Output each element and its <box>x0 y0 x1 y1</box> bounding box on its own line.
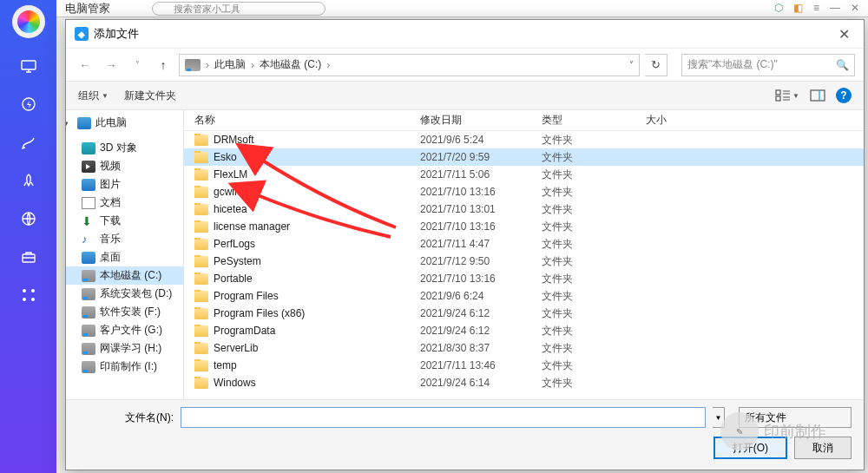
bg-close-icon[interactable]: ✕ <box>851 2 859 14</box>
tree-icon <box>82 288 95 300</box>
refresh-button[interactable]: ↻ <box>645 54 667 76</box>
nav-forward: → <box>101 55 122 76</box>
watermark: ✎ 印前制作 <box>720 405 868 457</box>
watermark-icon: ✎ <box>720 412 759 450</box>
folder-icon <box>194 273 208 285</box>
tree-icon <box>82 142 95 154</box>
file-row[interactable]: ProgramData2021/9/24 6:12文件夹 <box>184 322 864 339</box>
help-button[interactable]: ? <box>836 88 852 103</box>
tree-icon <box>82 179 95 191</box>
sidebar-grid-icon[interactable] <box>18 285 39 305</box>
filename-input[interactable] <box>181 407 706 428</box>
address-bar: ← → ˅ ↑ › 此电脑 › 本地磁盘 (C:) › ˅ ↻ 搜索"本地磁盘 … <box>66 48 864 81</box>
tree-item[interactable]: ▾此电脑 <box>66 114 183 132</box>
svg-rect-0 <box>22 61 36 69</box>
file-row[interactable]: PerfLogs2021/7/11 4:47文件夹 <box>184 235 864 253</box>
folder-icon <box>194 360 208 371</box>
file-row[interactable]: license manager2021/7/10 13:16文件夹 <box>184 218 864 235</box>
file-row[interactable]: gcwin2021/7/10 13:16文件夹 <box>184 183 864 200</box>
tree-item[interactable]: 图片 <box>66 175 183 194</box>
tree-icon <box>82 325 95 337</box>
file-row[interactable]: DRMsoft2021/9/6 5:24文件夹 <box>184 131 864 148</box>
file-row[interactable]: FlexLM2021/7/11 5:06文件夹 <box>184 166 864 183</box>
tree-item[interactable]: 文档 <box>66 194 183 212</box>
sidebar-brush-icon[interactable] <box>18 132 39 153</box>
view-mode-button[interactable]: ▼ <box>775 89 799 102</box>
tree-item[interactable]: ⬇下载 <box>66 212 183 230</box>
folder-icon <box>194 169 208 181</box>
tree-icon <box>82 252 95 264</box>
tree-item[interactable]: 软件安装 (F:) <box>66 303 183 321</box>
tree-item[interactable]: ♪音乐 <box>66 230 183 248</box>
filename-label: 文件名(N): <box>78 411 174 425</box>
folder-icon <box>194 308 208 319</box>
svg-rect-8 <box>776 90 780 95</box>
tree-item[interactable]: 本地磁盘 (C:) <box>66 266 183 285</box>
file-row[interactable]: Esko2021/7/20 9:59文件夹 <box>184 148 864 166</box>
svg-rect-10 <box>811 90 825 101</box>
tree-item[interactable]: 系统安装包 (D:) <box>66 285 183 303</box>
file-row[interactable]: Windows2021/9/24 6:14文件夹 <box>184 374 864 391</box>
col-size[interactable]: 大小 <box>635 113 864 128</box>
bg-search-box[interactable]: 搜索管家小工具 <box>152 2 326 16</box>
col-date[interactable]: 修改日期 <box>410 113 531 128</box>
address-dropdown[interactable]: ˅ <box>629 60 634 69</box>
bg-window-controls: ⬡ ◧ ≡ — ✕ <box>774 2 859 14</box>
crumb-pc[interactable]: 此电脑 <box>214 57 246 72</box>
svg-point-6 <box>23 298 26 301</box>
tree-icon <box>82 270 95 282</box>
col-name[interactable]: 名称 <box>184 113 410 128</box>
nav-recent[interactable]: ˅ <box>127 55 148 76</box>
sidebar-rocket-icon[interactable] <box>18 170 39 191</box>
tree-icon <box>82 343 95 355</box>
app-logo <box>12 5 45 38</box>
sidebar-bolt-icon[interactable] <box>18 94 39 115</box>
tree-item[interactable]: 网课学习 (H:) <box>66 339 183 358</box>
download-icon: ⬇ <box>82 214 95 228</box>
sidebar-monitor-icon[interactable] <box>18 56 39 76</box>
nav-back[interactable]: ← <box>75 55 95 76</box>
folder-icon <box>194 239 208 250</box>
tree-icon <box>77 117 91 129</box>
tree-icon <box>82 161 95 173</box>
file-pane: 名称 修改日期 类型 大小 DRMsoft2021/9/6 5:24文件夹Esk… <box>183 110 864 399</box>
bg-menu-icon[interactable]: ≡ <box>813 2 819 14</box>
dialog-title: 添加文件 <box>94 26 139 42</box>
tree-item[interactable]: 印前制作 (I:) <box>66 358 183 376</box>
music-icon: ♪ <box>82 233 95 246</box>
bg-shirt-icon[interactable]: ◧ <box>793 2 803 14</box>
file-row[interactable]: ServerLib2021/8/30 8:37文件夹 <box>184 339 864 357</box>
tree-item[interactable]: 桌面 <box>66 248 183 266</box>
nav-up[interactable]: ↑ <box>153 55 174 76</box>
file-row[interactable]: PeSystem2021/7/12 9:50文件夹 <box>184 253 864 270</box>
tree-item[interactable]: 3D 对象 <box>66 139 183 157</box>
address-box[interactable]: › 此电脑 › 本地磁盘 (C:) › ˅ <box>179 54 640 76</box>
bg-min-icon[interactable]: — <box>830 2 840 14</box>
file-row[interactable]: temp2021/7/11 13:46文件夹 <box>184 357 864 374</box>
newfolder-button[interactable]: 新建文件夹 <box>124 89 176 103</box>
crumb-drive[interactable]: 本地磁盘 (C:) <box>260 57 321 72</box>
nav-tree: ▾此电脑3D 对象视频图片文档⬇下载♪音乐桌面本地磁盘 (C:)系统安装包 (D… <box>66 110 183 399</box>
tree-icon <box>82 361 95 373</box>
folder-icon <box>194 256 208 267</box>
sidebar-toolbox-icon[interactable] <box>18 246 39 267</box>
tree-item[interactable]: 视频 <box>66 157 183 175</box>
file-row[interactable]: Program Files (x86)2021/9/24 6:12文件夹 <box>184 305 864 322</box>
folder-icon <box>194 291 208 302</box>
bg-gift-icon[interactable]: ⬡ <box>774 2 783 14</box>
file-row[interactable]: Program Files2021/9/6 6:24文件夹 <box>184 287 864 305</box>
sidebar-globe-icon[interactable] <box>18 208 39 229</box>
folder-icon <box>194 135 208 146</box>
close-icon[interactable]: ✕ <box>833 26 855 43</box>
organize-menu[interactable]: 组织▼ <box>78 89 108 103</box>
preview-pane-button[interactable] <box>810 89 825 102</box>
file-row[interactable]: Portable2021/7/10 13:16文件夹 <box>184 270 864 287</box>
file-row[interactable]: hicetea2021/7/10 13:01文件夹 <box>184 200 864 218</box>
folder-icon <box>194 187 208 198</box>
search-input[interactable]: 搜索"本地磁盘 (C:)" 🔍 <box>681 54 855 76</box>
svg-rect-9 <box>776 96 780 101</box>
tree-item[interactable]: 客户文件 (G:) <box>66 321 183 339</box>
file-list: DRMsoft2021/9/6 5:24文件夹Esko2021/7/20 9:5… <box>184 131 864 399</box>
svg-point-7 <box>31 298 35 301</box>
col-type[interactable]: 类型 <box>531 113 635 128</box>
